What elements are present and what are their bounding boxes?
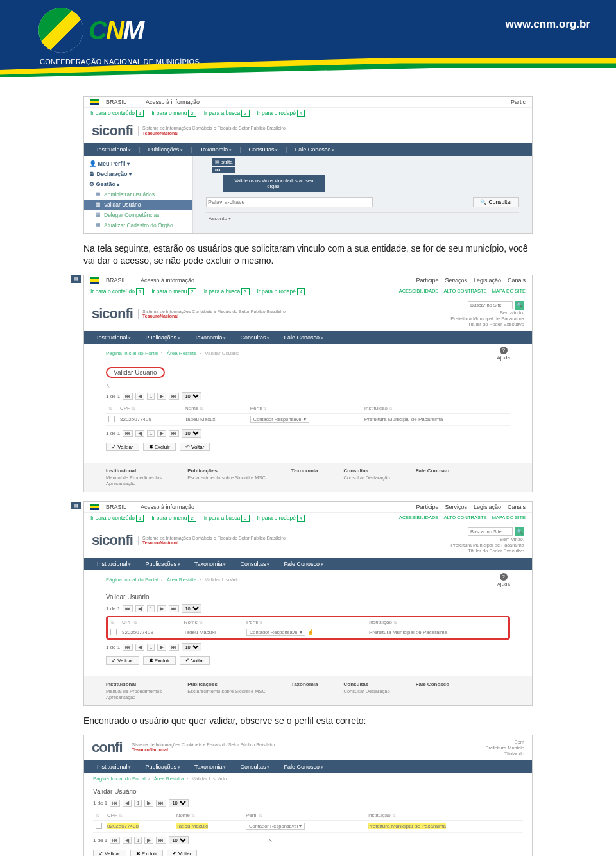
skip-busca[interactable]: Ir para a busca3 bbox=[204, 110, 250, 117]
skip-rodape[interactable]: Ir para o rodapé4 bbox=[257, 110, 305, 117]
top-canais[interactable]: Canais bbox=[508, 277, 526, 284]
pager-count: 1 de 1 bbox=[106, 393, 120, 399]
nav-fale-conosco[interactable]: Fale Conosco bbox=[289, 143, 341, 156]
nav-publicacoes[interactable]: Publicações bbox=[142, 143, 189, 156]
header-swoosh bbox=[0, 58, 616, 77]
col-perfil[interactable]: Perfil bbox=[248, 404, 362, 414]
pager-page[interactable]: 1 bbox=[147, 393, 155, 400]
table-row[interactable]: 82025077408 Tadeu Macuxi Contador Respon… bbox=[93, 820, 523, 832]
validar-button[interactable]: ✓ Validar bbox=[93, 850, 126, 856]
gov-acesso-link[interactable]: Acesso à informação bbox=[146, 99, 200, 105]
gov-acesso-link[interactable]: Acesso à informação bbox=[141, 277, 194, 284]
pager-last[interactable]: ⏭ bbox=[169, 393, 179, 400]
menu-atualizar-cadastro[interactable]: ▦Atualizar Cadastro do Órgão bbox=[84, 220, 193, 230]
skip-conteudo[interactable]: Ir para o conteúdo1 bbox=[90, 110, 144, 117]
gov-participe-link[interactable]: Partic bbox=[511, 99, 526, 105]
voltar-button[interactable]: ↶ Voltar bbox=[180, 443, 210, 451]
validar-button[interactable]: ✓ Validar bbox=[106, 443, 139, 451]
voltar-button[interactable]: ↶ Voltar bbox=[180, 656, 210, 665]
search-icon[interactable]: 🔍 bbox=[515, 301, 524, 310]
main-nav: Institucional| Publicações| Taxonomia| C… bbox=[84, 143, 532, 156]
gov-brasil-label[interactable]: BRASIL bbox=[106, 277, 126, 284]
assunto-dropdown[interactable]: Assunto ▾ bbox=[206, 212, 519, 224]
menu-validar-usuario[interactable]: ▦Validar Usuário bbox=[84, 200, 193, 210]
skip-menu[interactable]: Ir para o menu2 bbox=[151, 288, 196, 295]
consultar-button[interactable]: 🔍 Consultar bbox=[473, 197, 519, 207]
grid-icon: ▦ bbox=[96, 222, 101, 228]
menu-gestao[interactable]: ⚙ Gestão bbox=[84, 179, 193, 189]
perfil-select[interactable]: Contador Responsável bbox=[246, 629, 305, 636]
top-servicos[interactable]: Serviços bbox=[445, 277, 467, 284]
palavra-chave-input[interactable] bbox=[206, 197, 373, 207]
util-contraste[interactable]: ALTO CONTRASTE bbox=[443, 288, 486, 295]
perfil-select[interactable]: Contador Responsável bbox=[250, 416, 309, 423]
site-search-input[interactable] bbox=[468, 301, 513, 309]
col-cpf[interactable]: CPF bbox=[117, 404, 182, 414]
top-participe[interactable]: Participe bbox=[416, 277, 438, 284]
voltar-button[interactable]: ↶ Voltar bbox=[167, 850, 198, 856]
crumb-home[interactable]: Página Inicial do Portal bbox=[106, 350, 158, 356]
menu-administrar-usuarios[interactable]: ▦Administrar Usuários bbox=[84, 189, 193, 200]
nav-consultas[interactable]: Consultas bbox=[234, 331, 276, 344]
cnm-logo-badge bbox=[38, 8, 83, 53]
menu-declaracao[interactable]: 🗎 Declaração bbox=[84, 169, 193, 179]
table-row[interactable]: 82025077408 Tadeu Macuxi Contador Respon… bbox=[106, 413, 510, 425]
cell-cpf: 82025077408 bbox=[117, 413, 182, 425]
left-tab-icon[interactable]: ▤ bbox=[71, 502, 81, 509]
grid-icon: ▦ bbox=[96, 191, 101, 198]
crumb-area-restrita[interactable]: Área Restrita bbox=[167, 350, 197, 356]
row-checkbox[interactable] bbox=[106, 413, 117, 425]
gov-brasil-label[interactable]: BRASIL bbox=[106, 99, 126, 105]
brasil-flag-icon bbox=[90, 504, 99, 510]
page-size-select[interactable]: 10 bbox=[182, 392, 201, 400]
ajuda-icon[interactable]: Ajuda bbox=[497, 347, 510, 361]
perfil-select-hl[interactable]: Contador Responsável bbox=[246, 823, 305, 830]
excluir-button[interactable]: ✖ Excluir bbox=[143, 443, 176, 451]
nav-fale-conosco[interactable]: Fale Conosco bbox=[277, 331, 329, 344]
badge-ellipsis-icon[interactable]: ••• bbox=[212, 167, 235, 173]
validar-button[interactable]: ✓ Validar bbox=[106, 656, 139, 665]
skip-links: Ir para o conteúdo1 Ir para o menu2 Ir p… bbox=[84, 108, 532, 119]
skip-busca[interactable]: Ir para a busca3 bbox=[204, 288, 250, 295]
util-mapa[interactable]: MAPA DO SITE bbox=[492, 288, 526, 295]
top-legislacao[interactable]: Legislação bbox=[474, 277, 501, 284]
nav-consultas[interactable]: Consultas bbox=[242, 143, 284, 156]
menu-meu-perfil[interactable]: 👤 Meu Perfil bbox=[84, 158, 193, 169]
header-url[interactable]: www.cnm.org.br bbox=[505, 18, 590, 31]
highlighted-row-box: CPF Nome Perfil Instituição 82025077408 … bbox=[106, 616, 510, 640]
nav-taxonomia[interactable]: Taxonomia bbox=[194, 143, 238, 156]
pager-first[interactable]: ⏮ bbox=[123, 393, 133, 400]
nav-institucional[interactable]: Institucional bbox=[90, 331, 137, 344]
cell-nome-hl: Tadeu Macuxi bbox=[176, 823, 208, 829]
row-checkbox[interactable] bbox=[108, 627, 119, 638]
page-title-circled: Validar Usuário bbox=[106, 367, 165, 378]
util-acessibilidade[interactable]: ACESSIBILIDADE bbox=[399, 288, 439, 295]
crumb-current: Validar Usuário bbox=[205, 350, 239, 356]
pager-top: 1 de 1 ⏮ ◀ 1 ▶ ⏭ 10 bbox=[106, 392, 510, 400]
screenshot-validar-circled: ▤ BRASIL Acesso à informação Participe S… bbox=[83, 275, 533, 492]
col-instituicao[interactable]: Instituição bbox=[362, 404, 510, 414]
nav-taxonomia[interactable]: Taxonomia bbox=[188, 331, 232, 344]
nav-institucional[interactable]: Institucional bbox=[90, 143, 137, 156]
instruction-paragraph-1: Na tela seguinte, estarão os usuários qu… bbox=[83, 243, 533, 267]
excluir-button[interactable]: ✖ Excluir bbox=[130, 850, 163, 856]
col-nome[interactable]: Nome bbox=[182, 404, 248, 414]
pager-next[interactable]: ▶ bbox=[157, 393, 166, 400]
siconfi-tagline: Sistema de Informações Contábeis e Fisca… bbox=[138, 126, 286, 135]
skip-menu[interactable]: Ir para o menu2 bbox=[151, 110, 196, 117]
pager-prev[interactable]: ◀ bbox=[135, 393, 144, 400]
nav-publicacoes[interactable]: Publicações bbox=[139, 331, 186, 344]
table-row[interactable]: 82025077408 Tadeu Macuxi Contador Respon… bbox=[108, 627, 508, 638]
page-header: www.cnm.org.br CNM CONFEDERAÇÃO NACIONAL… bbox=[0, 0, 616, 77]
shot-footer: InstitucionalManual de ProcedimentosApre… bbox=[84, 463, 532, 492]
left-tab-icon[interactable]: ▤ bbox=[71, 275, 81, 283]
excluir-button[interactable]: ✖ Excluir bbox=[143, 656, 176, 665]
skip-conteudo[interactable]: Ir para o conteúdo1 bbox=[90, 288, 144, 295]
search-icon[interactable]: 🔍 bbox=[515, 527, 524, 536]
row-checkbox[interactable] bbox=[93, 820, 105, 832]
menu-delegar-competencias[interactable]: ▦Delegar Competências bbox=[84, 210, 193, 220]
logo-letter-n: N bbox=[106, 16, 123, 44]
skip-rodape[interactable]: Ir para o rodapé4 bbox=[257, 288, 305, 295]
restricted-badge[interactable]: ▤ strita bbox=[212, 158, 235, 166]
ajuda-icon[interactable]: Ajuda bbox=[497, 573, 510, 587]
